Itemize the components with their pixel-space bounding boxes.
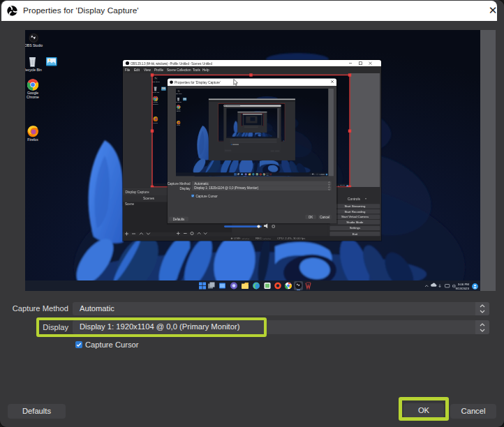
svg-text:Automatic: Automatic [194, 182, 209, 186]
svg-text:Properties for 'Display Captur: Properties for 'Display Capture' [175, 80, 221, 84]
svg-text:Start Recording: Start Recording [344, 210, 365, 214]
svg-text:Capture Cursor: Capture Cursor [196, 195, 218, 198]
svg-text:Edit: Edit [134, 68, 140, 72]
svg-text:Help: Help [202, 68, 209, 72]
svg-text:Controls: Controls [348, 197, 360, 201]
svg-text:Exit: Exit [353, 232, 358, 236]
svg-text:Display Capture: Display Capture [126, 190, 149, 194]
svg-text:Scenes: Scenes [143, 197, 155, 200]
svg-text:Settings: Settings [350, 226, 361, 230]
svg-text:Defaults: Defaults [173, 218, 185, 221]
svg-text:Start Streaming: Start Streaming [344, 204, 365, 208]
svg-text:Scene: Scene [125, 202, 134, 206]
svg-text:View: View [144, 68, 151, 72]
svg-text:CPU: 2.4%, 30.00 fps: CPU: 2.4%, 30.00 fps [277, 237, 305, 240]
svg-text:Studio Mode: Studio Mode [346, 220, 364, 224]
svg-text:File: File [125, 68, 131, 72]
svg-text:Profile: Profile [154, 68, 163, 72]
svg-text:Tools: Tools [193, 68, 200, 72]
svg-text:OBS 29.1.3 (64-bit, windows) -: OBS 29.1.3 (64-bit, windows) - Profile: … [131, 62, 212, 66]
svg-text:OK: OK [309, 216, 313, 219]
svg-text:Scene Collection: Scene Collection [167, 68, 191, 72]
svg-text:REC: --:--:--: REC: --:--:-- [255, 237, 271, 240]
svg-text:Cancel: Cancel [320, 216, 329, 219]
svg-text:Display: Display [180, 187, 191, 190]
svg-text:Start Virtual Camera: Start Virtual Camera [341, 215, 369, 218]
svg-text:Display 1: 1920x1104 @ 0,0 (Pr: Display 1: 1920x1104 @ 0,0 (Primary Moni… [194, 186, 258, 190]
svg-text:Capture Method: Capture Method [168, 182, 191, 186]
svg-text:LIVE: --:--:--: LIVE: --:--:-- [234, 237, 250, 240]
